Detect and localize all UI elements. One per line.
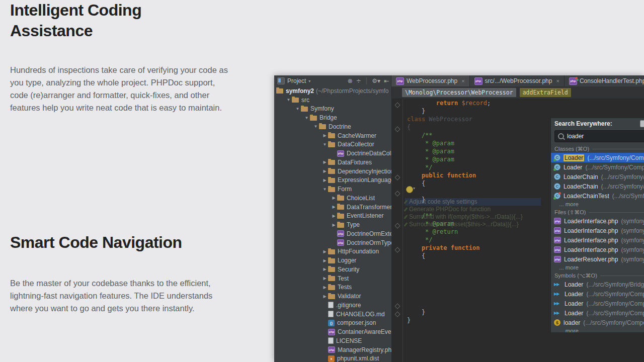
expanded-arrow-icon[interactable]: ▼	[294, 107, 301, 111]
project-panel-title[interactable]: Project	[287, 77, 306, 84]
tree-row[interactable]: ▶CacheWarmer	[274, 131, 391, 140]
php-file-icon: php	[328, 329, 335, 335]
collapsed-arrow-icon[interactable]: ▶	[331, 196, 337, 200]
class-icon: C	[554, 173, 560, 180]
tree-row[interactable]: phpDoctrineOrmExtens	[274, 229, 391, 238]
search-result-row[interactable]: phpLoaderInterface.php(symfony2/src/Symf…	[551, 226, 644, 235]
tree-row[interactable]: CHANGELOG.md	[274, 310, 391, 319]
search-input[interactable]: loader ✕	[554, 130, 644, 142]
search-result-row[interactable]: CLoaderChain(.../src/Symfony/Component/V…	[551, 182, 644, 191]
more-results-link[interactable]: ... more	[551, 327, 644, 333]
breadcrumb: \Monolog\Processor\WebProcessoraddExtraF…	[392, 86, 644, 99]
close-icon[interactable]: ×	[461, 78, 464, 84]
editor-area[interactable]: \Monolog\Processor\WebProcessoraddExtraF…	[392, 86, 644, 362]
php-file-icon: php	[396, 77, 404, 85]
include-non-project-checkbox[interactable]	[640, 120, 644, 127]
search-result-row[interactable]: phpLoaderResolver.php(symfony2/src/Symfo…	[551, 254, 644, 264]
expanded-arrow-icon[interactable]: ▼	[303, 116, 310, 120]
tree-row[interactable]: ▼Symfony	[274, 105, 391, 114]
editor-tab[interactable]: phpsrc/.../WebProcessor.php×	[470, 75, 565, 86]
tree-row[interactable]: ▶HttpFoundation	[274, 247, 391, 256]
tree-row[interactable]: ▼src	[274, 96, 391, 105]
search-result-row[interactable]: phpLoaderInterface.php(symfony2/src/Symf…	[551, 216, 644, 226]
symbol-icon: ▶▶	[554, 282, 561, 287]
tree-row[interactable]: ▶ChoiceList	[274, 194, 391, 203]
more-results-link[interactable]: ... more	[551, 201, 644, 208]
expanded-arrow-icon[interactable]: ▼	[312, 124, 319, 129]
project-tree: symfony2(~/PhpstormProjects/symfo▼src▼Sy…	[274, 86, 392, 362]
search-result-row[interactable]: ▶▶Loader(.../src/Symfony/Bridge/Doctrine…	[551, 280, 644, 289]
tree-row[interactable]: ▶DataFixtures	[274, 158, 391, 167]
tree-row[interactable]: ▼DataCollector	[274, 140, 391, 149]
expanded-arrow-icon[interactable]: ▼	[321, 187, 328, 192]
collapsed-arrow-icon[interactable]: ▶	[321, 249, 328, 254]
tree-row[interactable]: phpDoctrineOrmTypeG	[274, 238, 391, 247]
collapsed-arrow-icon[interactable]: ▶	[321, 160, 328, 164]
search-result-row[interactable]: CLoader(.../src/Symfony/Component/Templa…	[551, 162, 644, 172]
tree-row[interactable]: ▶Validator	[274, 292, 391, 301]
search-result-row[interactable]: phpLoaderInterface.php(symfony2/src/Symf…	[551, 245, 644, 254]
search-result-row[interactable]: CLoader(.../src/Symfony/Component/Config…	[551, 153, 644, 162]
collapsed-arrow-icon[interactable]: ▶	[321, 169, 328, 173]
result-name: Loader	[564, 164, 582, 171]
collapsed-arrow-icon[interactable]: ▶	[321, 276, 328, 281]
hide-panel-icon[interactable]: ⇤	[384, 77, 389, 84]
tab-label: ConsoleHandlerTest.php	[580, 77, 644, 84]
search-result-row[interactable]: $loader(.../src/Symfony/Component/Securi…	[551, 318, 644, 327]
search-result-row[interactable]: ▶▶Loader(.../src/Symfony/Component/Confi…	[551, 289, 644, 299]
tree-row[interactable]: ▶ExpressionLanguage	[274, 176, 391, 185]
result-path: (.../src/Symfony/Bridge/Doctrine/DataFix…	[586, 281, 644, 288]
tree-row[interactable]: ▶DependencyInjection	[274, 167, 391, 176]
collapsed-arrow-icon[interactable]: ▶	[321, 267, 328, 272]
collapse-all-icon[interactable]: ÷	[356, 77, 361, 84]
tree-row[interactable]: phpContainerAwareEventM	[274, 327, 391, 336]
collapsed-arrow-icon[interactable]: ▶	[321, 294, 328, 299]
tree-row[interactable]: ▶Tests	[274, 283, 391, 292]
tree-row[interactable]: ▶DataTransformer	[274, 203, 391, 212]
tree-row[interactable]: {}composer.json	[274, 319, 391, 328]
collapsed-arrow-icon[interactable]: ▶	[331, 205, 337, 209]
tree-row[interactable]: xphpunit.xml.dist	[274, 354, 391, 362]
tree-item-label: EventListener	[347, 212, 383, 219]
breadcrumb-chip[interactable]: \Monolog\Processor\WebProcessor	[402, 88, 516, 97]
search-result-row[interactable]: CLoaderChain(.../src/Symfony/Component/S…	[551, 172, 644, 182]
settings-gear-icon[interactable]: ⚙▾	[372, 77, 380, 84]
close-icon[interactable]: ×	[556, 78, 559, 84]
tree-row[interactable]: ▶Logger	[274, 256, 391, 265]
search-result-row[interactable]: ▶▶Loader(.../src/Symfony/Component/Routi…	[551, 308, 644, 318]
search-result-row[interactable]: CLoaderChainTest(.../src/Symfony/Compone…	[551, 191, 644, 201]
expanded-arrow-icon[interactable]: ▼	[321, 142, 328, 147]
collapsed-arrow-icon[interactable]: ▶	[331, 214, 337, 218]
result-name: LoaderChain	[564, 183, 598, 190]
chevron-down-icon[interactable]: ▾	[308, 79, 310, 83]
intention-bulb-icon[interactable]	[406, 186, 413, 193]
tree-row[interactable]: ▼Bridge	[274, 113, 391, 122]
search-result-row[interactable]: ▶▶Loader(.../src/Symfony/Component/Depen…	[551, 299, 644, 308]
tree-row[interactable]: LICENSE	[274, 336, 391, 345]
collapsed-arrow-icon[interactable]: ▶	[331, 223, 337, 227]
tree-row[interactable]: ▼Doctrine	[274, 122, 391, 131]
collapsed-arrow-icon[interactable]: ▶	[321, 133, 328, 138]
collapsed-arrow-icon[interactable]: ▶	[321, 285, 328, 290]
tree-row[interactable]: ▶Type	[274, 220, 391, 229]
scroll-from-source-icon[interactable]: ⊗	[348, 77, 353, 84]
intention-label: Surround with if(empty($this->...rData))…	[409, 213, 523, 221]
tree-row[interactable]: phpDoctrineDataCollec	[274, 149, 391, 158]
tree-row[interactable]: .gitignore	[274, 301, 391, 310]
editor-tab[interactable]: phpWebProcessor.php×	[391, 75, 470, 86]
breadcrumb-chip[interactable]: addExtraField	[520, 88, 571, 97]
editor-tab[interactable]: phpConsoleHandlerTest.php×	[565, 75, 644, 86]
tree-item-label: CacheWarmer	[338, 132, 376, 139]
expanded-arrow-icon[interactable]: ▼	[285, 98, 292, 102]
tree-row[interactable]: ▼Form	[274, 185, 391, 194]
collapsed-arrow-icon[interactable]: ▶	[321, 258, 328, 263]
more-results-link[interactable]: ... more	[551, 264, 644, 272]
tree-row[interactable]: phpManagerRegistry.php	[274, 345, 391, 354]
search-result-row[interactable]: phpLoaderInterface.php(symfony2/src/Symf…	[551, 235, 644, 245]
collapsed-arrow-icon[interactable]: ▶	[321, 178, 328, 183]
tree-row[interactable]: ▶EventListener	[274, 212, 391, 221]
tree-row[interactable]: ▶Test	[274, 274, 391, 283]
tree-row[interactable]: symfony2(~/PhpstormProjects/symfo	[274, 86, 391, 96]
tree-row[interactable]: ▶Security	[274, 265, 391, 274]
search-everywhere-header: Search Everywhere: Include non-project i…	[551, 118, 644, 129]
